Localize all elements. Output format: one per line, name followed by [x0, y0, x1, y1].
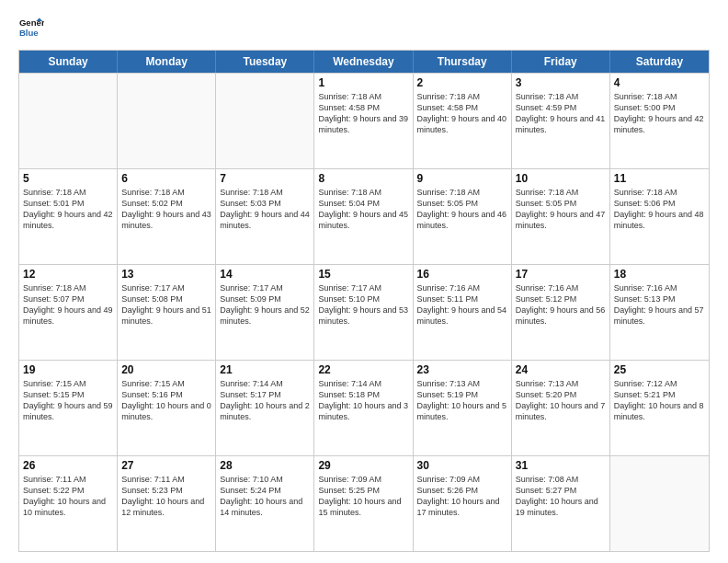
day-number: 16	[417, 268, 507, 281]
day-cell-14: 14Sunrise: 7:17 AM Sunset: 5:09 PM Dayli…	[216, 265, 314, 360]
day-cell-19: 19Sunrise: 7:15 AM Sunset: 5:15 PM Dayli…	[19, 361, 118, 455]
day-info: Sunrise: 7:18 AM Sunset: 5:02 PM Dayligh…	[121, 187, 211, 232]
day-number: 31	[516, 459, 606, 472]
day-number: 13	[121, 268, 211, 281]
calendar-row-1: 1Sunrise: 7:18 AM Sunset: 4:58 PM Daylig…	[19, 73, 709, 168]
day-number: 8	[318, 172, 408, 185]
day-cell-24: 24Sunrise: 7:13 AM Sunset: 5:20 PM Dayli…	[512, 361, 610, 455]
day-cell-4: 4Sunrise: 7:18 AM Sunset: 5:00 PM Daylig…	[610, 74, 709, 168]
day-number: 6	[121, 172, 211, 185]
day-info: Sunrise: 7:14 AM Sunset: 5:17 PM Dayligh…	[220, 378, 310, 423]
day-number: 21	[220, 363, 310, 376]
day-cell-16: 16Sunrise: 7:16 AM Sunset: 5:11 PM Dayli…	[414, 265, 512, 360]
weekday-header-saturday: Saturday	[610, 51, 709, 73]
calendar-row-3: 12Sunrise: 7:18 AM Sunset: 5:07 PM Dayli…	[19, 264, 709, 360]
day-info: Sunrise: 7:16 AM Sunset: 5:11 PM Dayligh…	[417, 282, 507, 327]
day-number: 11	[614, 172, 705, 185]
day-cell-7: 7Sunrise: 7:18 AM Sunset: 5:03 PM Daylig…	[216, 169, 314, 264]
day-cell-22: 22Sunrise: 7:14 AM Sunset: 5:18 PM Dayli…	[314, 361, 413, 455]
day-number: 14	[220, 268, 310, 281]
day-number: 23	[417, 363, 507, 376]
day-info: Sunrise: 7:10 AM Sunset: 5:24 PM Dayligh…	[220, 474, 310, 519]
calendar-body: 1Sunrise: 7:18 AM Sunset: 4:58 PM Daylig…	[19, 73, 709, 551]
day-info: Sunrise: 7:18 AM Sunset: 4:58 PM Dayligh…	[318, 91, 408, 136]
day-number: 2	[417, 76, 507, 89]
page: General Blue SundayMondayTuesdayWednesda…	[0, 0, 728, 563]
day-info: Sunrise: 7:18 AM Sunset: 5:04 PM Dayligh…	[318, 187, 408, 232]
day-cell-8: 8Sunrise: 7:18 AM Sunset: 5:04 PM Daylig…	[314, 169, 413, 264]
day-number: 20	[121, 363, 211, 376]
day-info: Sunrise: 7:18 AM Sunset: 4:59 PM Dayligh…	[516, 91, 606, 136]
day-number: 17	[516, 268, 606, 281]
day-cell-12: 12Sunrise: 7:18 AM Sunset: 5:07 PM Dayli…	[19, 265, 118, 360]
day-number: 5	[23, 172, 113, 185]
day-info: Sunrise: 7:16 AM Sunset: 5:13 PM Dayligh…	[614, 282, 705, 327]
day-info: Sunrise: 7:12 AM Sunset: 5:21 PM Dayligh…	[614, 378, 705, 423]
day-info: Sunrise: 7:18 AM Sunset: 5:05 PM Dayligh…	[417, 187, 507, 232]
day-info: Sunrise: 7:15 AM Sunset: 5:16 PM Dayligh…	[121, 378, 211, 423]
day-cell-20: 20Sunrise: 7:15 AM Sunset: 5:16 PM Dayli…	[118, 361, 216, 455]
day-info: Sunrise: 7:11 AM Sunset: 5:23 PM Dayligh…	[121, 474, 211, 519]
day-cell-9: 9Sunrise: 7:18 AM Sunset: 5:05 PM Daylig…	[414, 169, 512, 264]
day-info: Sunrise: 7:09 AM Sunset: 5:25 PM Dayligh…	[318, 474, 408, 519]
day-cell-30: 30Sunrise: 7:09 AM Sunset: 5:26 PM Dayli…	[414, 456, 512, 551]
day-info: Sunrise: 7:13 AM Sunset: 5:20 PM Dayligh…	[516, 378, 606, 423]
calendar-row-4: 19Sunrise: 7:15 AM Sunset: 5:15 PM Dayli…	[19, 360, 709, 455]
day-cell-25: 25Sunrise: 7:12 AM Sunset: 5:21 PM Dayli…	[610, 361, 709, 455]
day-number: 4	[614, 76, 705, 89]
day-info: Sunrise: 7:18 AM Sunset: 5:00 PM Dayligh…	[614, 91, 705, 136]
day-number: 15	[318, 268, 408, 281]
day-cell-5: 5Sunrise: 7:18 AM Sunset: 5:01 PM Daylig…	[19, 169, 118, 264]
day-info: Sunrise: 7:18 AM Sunset: 5:07 PM Dayligh…	[23, 282, 113, 327]
calendar-row-5: 26Sunrise: 7:11 AM Sunset: 5:22 PM Dayli…	[19, 455, 709, 551]
day-info: Sunrise: 7:17 AM Sunset: 5:09 PM Dayligh…	[220, 282, 310, 327]
weekday-header-sunday: Sunday	[19, 51, 118, 73]
weekday-header-monday: Monday	[118, 51, 216, 73]
calendar: SundayMondayTuesdayWednesdayThursdayFrid…	[18, 50, 710, 552]
day-info: Sunrise: 7:17 AM Sunset: 5:10 PM Dayligh…	[318, 282, 408, 327]
day-info: Sunrise: 7:11 AM Sunset: 5:22 PM Dayligh…	[23, 474, 113, 519]
empty-cell	[118, 74, 216, 168]
day-number: 30	[417, 459, 507, 472]
day-cell-27: 27Sunrise: 7:11 AM Sunset: 5:23 PM Dayli…	[118, 456, 216, 551]
calendar-row-2: 5Sunrise: 7:18 AM Sunset: 5:01 PM Daylig…	[19, 168, 709, 264]
day-info: Sunrise: 7:17 AM Sunset: 5:08 PM Dayligh…	[121, 282, 211, 327]
day-number: 28	[220, 459, 310, 472]
day-number: 1	[318, 76, 408, 89]
day-cell-28: 28Sunrise: 7:10 AM Sunset: 5:24 PM Dayli…	[216, 456, 314, 551]
day-info: Sunrise: 7:16 AM Sunset: 5:12 PM Dayligh…	[516, 282, 606, 327]
day-info: Sunrise: 7:18 AM Sunset: 5:01 PM Dayligh…	[23, 187, 113, 232]
day-cell-17: 17Sunrise: 7:16 AM Sunset: 5:12 PM Dayli…	[512, 265, 610, 360]
weekday-header-thursday: Thursday	[414, 51, 512, 73]
day-cell-3: 3Sunrise: 7:18 AM Sunset: 4:59 PM Daylig…	[512, 74, 610, 168]
day-cell-23: 23Sunrise: 7:13 AM Sunset: 5:19 PM Dayli…	[414, 361, 512, 455]
day-cell-1: 1Sunrise: 7:18 AM Sunset: 4:58 PM Daylig…	[314, 74, 413, 168]
svg-text:Blue: Blue	[19, 28, 39, 38]
day-info: Sunrise: 7:09 AM Sunset: 5:26 PM Dayligh…	[417, 474, 507, 519]
day-number: 24	[516, 363, 606, 376]
calendar-header: SundayMondayTuesdayWednesdayThursdayFrid…	[19, 51, 709, 73]
day-cell-21: 21Sunrise: 7:14 AM Sunset: 5:17 PM Dayli…	[216, 361, 314, 455]
day-cell-6: 6Sunrise: 7:18 AM Sunset: 5:02 PM Daylig…	[118, 169, 216, 264]
logo-icon: General Blue	[18, 15, 44, 40]
day-number: 29	[318, 459, 408, 472]
day-number: 10	[516, 172, 606, 185]
day-number: 12	[23, 268, 113, 281]
day-number: 26	[23, 459, 113, 472]
day-info: Sunrise: 7:18 AM Sunset: 5:05 PM Dayligh…	[516, 187, 606, 232]
day-cell-10: 10Sunrise: 7:18 AM Sunset: 5:05 PM Dayli…	[512, 169, 610, 264]
weekday-header-wednesday: Wednesday	[314, 51, 413, 73]
day-cell-13: 13Sunrise: 7:17 AM Sunset: 5:08 PM Dayli…	[118, 265, 216, 360]
day-number: 25	[614, 363, 705, 376]
day-number: 9	[417, 172, 507, 185]
day-info: Sunrise: 7:15 AM Sunset: 5:15 PM Dayligh…	[23, 378, 113, 423]
empty-cell	[610, 456, 709, 551]
day-number: 22	[318, 363, 408, 376]
empty-cell	[216, 74, 314, 168]
day-info: Sunrise: 7:18 AM Sunset: 4:58 PM Dayligh…	[417, 91, 507, 136]
day-number: 3	[516, 76, 606, 89]
day-number: 7	[220, 172, 310, 185]
day-cell-31: 31Sunrise: 7:08 AM Sunset: 5:27 PM Dayli…	[512, 456, 610, 551]
day-cell-15: 15Sunrise: 7:17 AM Sunset: 5:10 PM Dayli…	[314, 265, 413, 360]
day-cell-29: 29Sunrise: 7:09 AM Sunset: 5:25 PM Dayli…	[314, 456, 413, 551]
